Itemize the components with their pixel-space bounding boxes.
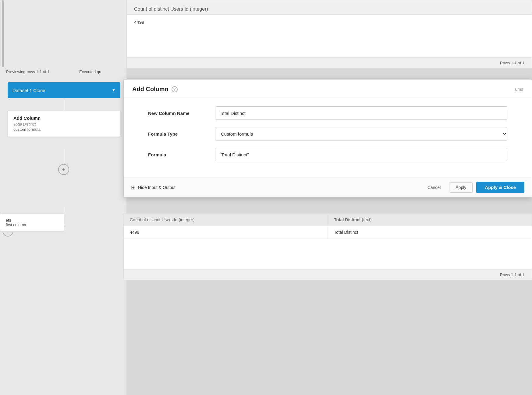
footer-buttons: Cancel Apply Apply & Close	[423, 182, 524, 193]
partial-node[interactable]: ets first column	[0, 213, 64, 232]
bottom-cell-col1: 4499	[124, 226, 328, 238]
top-result-footer: Rows 1-1 of 1	[127, 57, 532, 68]
partial-node-line1: ets	[6, 218, 58, 222]
formula-label: Formula	[148, 152, 215, 157]
hide-io-label: Hide Input & Output	[138, 185, 176, 190]
bottom-col1-header: Count of distinct Users Id (integer)	[124, 214, 328, 226]
modal-title-area: Add Column ?	[132, 86, 178, 93]
top-result-column-type: (integer)	[190, 6, 208, 12]
column-name-label: New Column Name	[148, 111, 215, 116]
bottom-col2-type: (text)	[362, 217, 372, 222]
top-result-rows: Rows 1-1 of 1	[500, 61, 524, 65]
modal-header: Add Column ? 0ms	[124, 80, 532, 98]
dataset-node[interactable]: Dataset 1 Clone ▼	[8, 82, 120, 98]
formula-type-select[interactable]: Custom formula Simple formula	[215, 127, 507, 141]
formula-row: Formula	[148, 148, 507, 161]
pipeline-sidebar: Previewing rows 1-1 of 1 Dataset 1 Clone…	[0, 0, 126, 395]
scrollbar[interactable]	[2, 0, 4, 67]
bottom-result-rows: Rows 1-1 of 1	[500, 272, 524, 277]
preview-label: Previewing rows 1-1 of 1	[6, 69, 49, 74]
bottom-col2-name: Total Distinct	[334, 217, 361, 222]
partial-node-line2: first column	[6, 222, 58, 227]
add-column-modal: Add Column ? 0ms New Column Name Formula…	[123, 79, 532, 198]
bottom-cell-col2: Total Distinct	[328, 226, 532, 238]
connector-line-2	[64, 149, 64, 164]
top-result-header: Count of distinct Users Id (integer)	[127, 0, 532, 15]
apply-button[interactable]: Apply	[449, 182, 473, 193]
table-icon: ⊞	[131, 184, 136, 191]
bottom-col2-header: Total Distinct (text)	[328, 214, 532, 226]
modal-body: New Column Name Formula Type Custom form…	[124, 98, 532, 177]
add-column-card-title: Add Column	[13, 116, 115, 121]
column-name-input[interactable]	[215, 106, 507, 120]
add-column-card[interactable]: Add Column Total Distinct custom formula	[8, 110, 120, 137]
bottom-result-row: 4499 Total Distinct	[124, 226, 532, 239]
modal-footer: ⊞ Hide Input & Output Cancel Apply Apply…	[124, 177, 532, 197]
add-column-card-subtitle: Total Distinct	[13, 122, 115, 126]
formula-type-label: Formula Type	[148, 131, 215, 137]
bottom-result-header: Count of distinct Users Id (integer) Tot…	[124, 214, 532, 226]
bottom-col1-name: Count of distinct Users Id	[130, 217, 177, 222]
hide-io-button[interactable]: ⊞ Hide Input & Output	[131, 184, 176, 191]
add-step-button-1[interactable]: +	[58, 164, 69, 175]
modal-title: Add Column	[132, 86, 168, 93]
executed-label: Executed qu	[79, 69, 101, 74]
top-result-value: 4499	[127, 15, 532, 57]
bottom-result-panel: Count of distinct Users Id (integer) Tot…	[123, 213, 532, 280]
connector-line-1	[64, 98, 64, 110]
cancel-button[interactable]: Cancel	[423, 183, 446, 192]
column-name-control	[215, 106, 507, 120]
apply-close-button[interactable]: Apply & Close	[476, 182, 524, 193]
chevron-down-icon: ▼	[112, 88, 115, 92]
formula-control	[215, 148, 507, 161]
bottom-result-footer: Rows 1-1 of 1	[124, 269, 532, 280]
dataset-node-label: Dataset 1 Clone	[12, 88, 45, 93]
column-name-row: New Column Name	[148, 106, 507, 120]
formula-type-control: Custom formula Simple formula	[215, 127, 507, 141]
top-result-cell-value: 4499	[134, 20, 144, 25]
formula-type-row: Formula Type Custom formula Simple formu…	[148, 127, 507, 141]
top-result-panel: Count of distinct Users Id (integer) 449…	[126, 0, 532, 69]
bottom-col1-type: (integer)	[179, 217, 194, 222]
formula-input[interactable]	[215, 148, 507, 161]
add-column-card-type: custom formula	[13, 127, 115, 132]
help-icon[interactable]: ?	[172, 86, 178, 92]
top-result-column-name: Count of distinct Users Id	[134, 6, 189, 12]
modal-timing: 0ms	[515, 87, 523, 92]
